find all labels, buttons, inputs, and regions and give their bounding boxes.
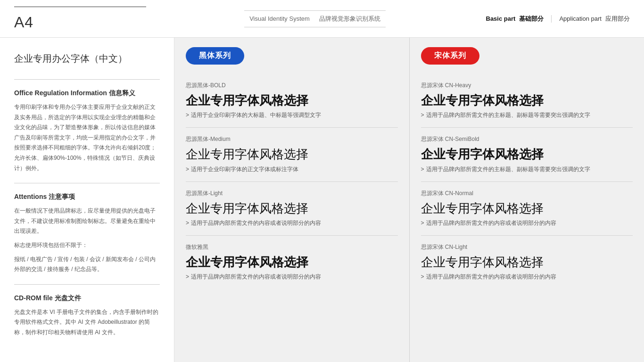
- font-demo-r2: 企业专用字体风格选择: [421, 201, 633, 216]
- font-demo-3: 企业专用字体风格选择: [186, 255, 398, 270]
- section1-text1: 专用印刷字体和专用办公字体主要应用于企业文献的正文及实务用品，所选定的字体用以实…: [14, 102, 160, 173]
- header-center-bottom-line: [244, 27, 386, 27]
- font-entry-r1: 思源宋体 CN-SemiBold 企业专用字体风格选择 适用于品牌内部所需文件的…: [421, 128, 633, 181]
- section3-text1: 光盘文件是本 VI 手册电子文件的集合，内含手册制作时的专用软件格式文件。其中 …: [14, 307, 160, 338]
- font-desc-r2: 适用于品牌内部所需文件的内容或者说明部分的内容: [421, 219, 633, 228]
- font-name-2: 思源黑体-Light: [186, 189, 398, 197]
- font-desc-1: 适用于企业印刷字体的正文字体或标注字体: [186, 165, 398, 174]
- sidebar-divider-1: [14, 79, 160, 80]
- header-line: [14, 7, 146, 7]
- font-entry-2: 思源黑体-Light 企业专用字体风格选择 适用于品牌内部所需文件的内容或者说明…: [186, 182, 398, 236]
- header-right: Basic part 基础部分 Application part 应用部分: [455, 0, 644, 37]
- vi-title-en: Visual Identity System: [249, 15, 310, 22]
- section2-title: Attentions 注意事项: [14, 193, 160, 201]
- font-entry-3: 微软雅黑 企业专用字体风格选择 适用于品牌内部所需文件的内容或者说明部分的内容: [186, 236, 398, 289]
- font-entry-1: 思源黑体-Medium 企业专用字体风格选择 适用于企业印刷字体的正文字体或标注…: [186, 128, 398, 181]
- font-desc-r3: 适用于品牌内部所需文件的内容或者说明部分的内容: [421, 272, 633, 281]
- nav-app-cn[interactable]: 应用部分: [605, 15, 630, 23]
- main-content: 企业专用办公字体（中文） Office Regulation Informati…: [0, 38, 644, 362]
- category-header-right: 宋体系列: [421, 47, 479, 65]
- section2-text2: 标志使用环境包括但不限于：: [14, 240, 160, 251]
- font-desc-r1: 适用于品牌内部所需文件的主标题、副标题等需要突出强调的文字: [421, 165, 633, 174]
- font-name-1: 思源黑体-Medium: [186, 135, 398, 143]
- section3-title: CD-ROM file 光盘文件: [14, 294, 160, 303]
- sidebar-divider-3: [14, 284, 160, 285]
- top-header: A4 Visual Identity System 品牌视觉形象识别系统 Bas…: [0, 0, 644, 38]
- nav-app-en[interactable]: Application part: [559, 15, 602, 22]
- section2-text3: 报纸 / 电视广告 / 宣传 / 包装 / 会议 / 新闻发布会 / 公司内外部…: [14, 255, 160, 275]
- font-desc-3: 适用于品牌内部所需文件的内容或者说明部分的内容: [186, 272, 398, 281]
- font-name-r2: 思源宋体 CN-Normal: [421, 189, 633, 197]
- font-desc-2: 适用于品牌内部所需文件的内容或者说明部分的内容: [186, 219, 398, 228]
- section2-text1: 在一般情况下使用品牌标志，应尽量使用提供的光盘电子文件，不建议使用标准制图绘制标…: [14, 206, 160, 237]
- font-demo-2: 企业专用字体风格选择: [186, 201, 398, 216]
- nav-basic-en[interactable]: Basic part: [486, 15, 516, 22]
- sidebar-section-2: Attentions 注意事项 在一般情况下使用品牌标志，应尽量使用提供的光盘电…: [14, 193, 160, 275]
- font-demo-r3: 企业专用字体风格选择: [421, 255, 633, 270]
- font-name-r0: 思源宋体 CN-Heavy: [421, 82, 633, 90]
- header-center-titles: Visual Identity System 品牌视觉形象识别系统: [249, 15, 380, 23]
- font-name-3: 微软雅黑: [186, 243, 398, 251]
- font-desc-r0: 适用于品牌内部所需文件的主标题、副标题等需要突出强调的文字: [421, 111, 633, 120]
- header-left: A4: [0, 0, 174, 37]
- right-content: 黑体系列 思源黑体-BOLD 企业专用字体风格选择 适用于企业印刷字体的大标题、…: [174, 38, 644, 362]
- vi-title-cn: 品牌视觉形象识别系统: [319, 15, 380, 23]
- sidebar-section-3: CD-ROM file 光盘文件 光盘文件是本 VI 手册电子文件的集合，内含手…: [14, 294, 160, 338]
- nav-basic-cn[interactable]: 基础部分: [519, 15, 544, 23]
- font-demo-0: 企业专用字体风格选择: [186, 93, 398, 108]
- font-name-r1: 思源宋体 CN-SemiBold: [421, 135, 633, 143]
- section1-title: Office Regulation Information 信息释义: [14, 89, 160, 98]
- font-entry-r0: 思源宋体 CN-Heavy 企业专用字体风格选择 适用于品牌内部所需文件的主标题…: [421, 74, 633, 128]
- header-center: Visual Identity System 品牌视觉形象识别系统: [174, 0, 455, 37]
- page-title: A4: [14, 14, 160, 31]
- sidebar-main-title: 企业专用办公字体（中文）: [14, 52, 160, 65]
- font-demo-1: 企业专用字体风格选择: [186, 147, 398, 162]
- sidebar-divider-2: [14, 183, 160, 183]
- font-desc-0: 适用于企业印刷字体的大标题、中标题等强调型文字: [186, 111, 398, 120]
- font-entry-0: 思源黑体-BOLD 企业专用字体风格选择 适用于企业印刷字体的大标题、中标题等强…: [186, 74, 398, 128]
- category-header-left: 黑体系列: [186, 47, 244, 65]
- font-demo-r1: 企业专用字体风格选择: [421, 147, 633, 162]
- sidebar: 企业专用办公字体（中文） Office Regulation Informati…: [0, 38, 174, 362]
- font-column-left: 黑体系列 思源黑体-BOLD 企业专用字体风格选择 适用于企业印刷字体的大标题、…: [174, 38, 410, 362]
- sidebar-section-1: Office Regulation Information 信息释义 专用印刷字…: [14, 89, 160, 173]
- header-center-top-line: [244, 10, 386, 11]
- font-entry-r3: 思源宋体 CN-Light 企业专用字体风格选择 适用于品牌内部所需文件的内容或…: [421, 236, 633, 289]
- font-column-right: 宋体系列 思源宋体 CN-Heavy 企业专用字体风格选择 适用于品牌内部所需文…: [410, 38, 644, 362]
- font-entry-r2: 思源宋体 CN-Normal 企业专用字体风格选择 适用于品牌内部所需文件的内容…: [421, 182, 633, 236]
- nav-separator: [551, 15, 552, 23]
- font-name-r3: 思源宋体 CN-Light: [421, 243, 633, 251]
- font-name-0: 思源黑体-BOLD: [186, 82, 398, 90]
- font-demo-r0: 企业专用字体风格选择: [421, 93, 633, 108]
